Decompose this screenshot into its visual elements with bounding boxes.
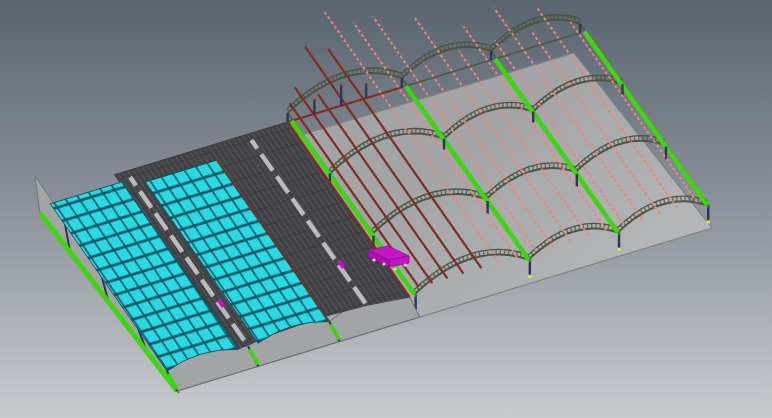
column[interactable] [621,84,623,95]
erected-post[interactable] [365,85,367,98]
column[interactable] [529,262,531,277]
column[interactable] [532,111,534,122]
post-tip [313,99,315,101]
column[interactable] [665,147,667,160]
column[interactable] [707,207,709,222]
anchor-point [707,220,710,223]
model-scene[interactable] [0,0,772,418]
erected-post[interactable] [340,87,342,106]
anchor-point [528,275,531,278]
column[interactable] [576,174,578,187]
column[interactable] [443,139,445,150]
cad-3d-viewport[interactable] [0,0,772,418]
column[interactable] [490,51,492,60]
post-tip [340,85,342,87]
van-wheel [403,263,406,266]
van-wheel [372,258,375,261]
column[interactable] [618,234,620,249]
column[interactable] [286,113,288,122]
column[interactable] [486,201,488,214]
column[interactable] [401,78,403,87]
post-tip [365,83,367,85]
van-wheel [382,262,385,265]
anchor-point [617,248,620,251]
column[interactable] [579,24,581,33]
van-wheel [393,267,396,270]
erected-post[interactable] [313,101,315,114]
